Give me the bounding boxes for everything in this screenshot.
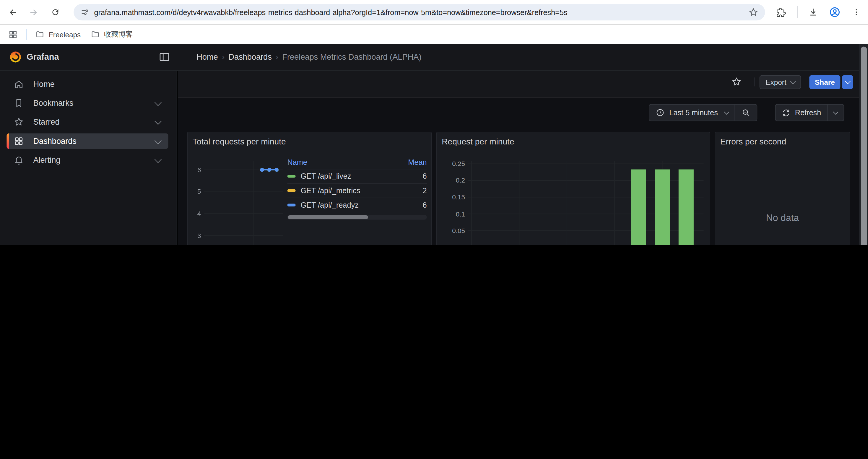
expand-chevron[interactable] bbox=[156, 117, 161, 126]
refresh-interval-button[interactable] bbox=[827, 104, 844, 121]
y-axis-tick: 0 bbox=[434, 243, 465, 245]
url-text[interactable]: grafana.mathmast.com/d/deytv4rwavabkb/fr… bbox=[94, 8, 749, 16]
legend-scrollbar[interactable] bbox=[287, 215, 427, 220]
star-icon bbox=[14, 117, 24, 127]
y-axis-tick: 0.1 bbox=[434, 210, 465, 218]
browser-toolbar: grafana.mathmast.com/d/deytv4rwavabkb/fr… bbox=[0, 0, 868, 24]
downloads-button[interactable] bbox=[805, 4, 821, 21]
bookmark-label: 收藏博客 bbox=[104, 29, 133, 39]
extensions-puzzle-icon bbox=[776, 7, 786, 17]
zoom-out-button[interactable] bbox=[735, 104, 756, 121]
panel-legend-table: Name Mean GET /api/_livez 6 GET /api/_me… bbox=[287, 156, 427, 220]
scrollbar-thumb[interactable] bbox=[861, 46, 867, 245]
breadcrumb-separator: › bbox=[218, 52, 229, 61]
expand-chevron[interactable] bbox=[156, 156, 161, 165]
sidebar-item-dashboards[interactable]: Dashboards bbox=[6, 133, 168, 149]
sidebar-item-label: Bookmarks bbox=[33, 99, 73, 107]
y-axis-tick: 6 bbox=[170, 166, 201, 174]
grafana-logo[interactable] bbox=[9, 51, 22, 64]
chevron-down-icon bbox=[724, 109, 730, 114]
back-button[interactable] bbox=[4, 4, 21, 21]
time-range-picker[interactable]: Last 5 minutes bbox=[649, 104, 735, 121]
bookmark-folder-blogs[interactable]: 收藏博客 bbox=[86, 28, 137, 41]
share-button[interactable]: Share bbox=[809, 75, 840, 89]
product-name: Grafana bbox=[27, 52, 59, 62]
share-label: Share bbox=[815, 78, 835, 86]
sidebar-item-home[interactable]: Home bbox=[6, 76, 168, 92]
legend-mean-header[interactable]: Mean bbox=[404, 158, 427, 167]
series-mean-value: 2 bbox=[404, 186, 427, 195]
breadcrumb: Home › Dashboards › Freeleaps Metrics Da… bbox=[196, 52, 421, 61]
export-button[interactable]: Export bbox=[760, 75, 801, 89]
favorite-dashboard-button[interactable] bbox=[731, 76, 742, 87]
sidebar-item-label: Alerting bbox=[33, 156, 60, 165]
sidebar-item-alerting[interactable]: Alerting bbox=[6, 152, 168, 167]
sidebar-item-label: Dashboards bbox=[33, 137, 76, 145]
panel-title[interactable]: Errors per second bbox=[720, 137, 786, 146]
sidebar-item-bookmarks[interactable]: Bookmarks bbox=[6, 95, 168, 110]
time-range-label: Last 5 minutes bbox=[669, 108, 718, 117]
breadcrumb-separator: › bbox=[272, 52, 282, 61]
address-bar[interactable]: grafana.mathmast.com/d/deytv4rwavabkb/fr… bbox=[73, 4, 765, 21]
series-mean-value: 6 bbox=[404, 201, 427, 209]
back-icon bbox=[8, 7, 18, 17]
grafana-header: Grafana Home › Dashboards › Freeleaps Me… bbox=[0, 44, 868, 71]
legend-header-row: Name Mean bbox=[287, 156, 427, 169]
extensions-button[interactable] bbox=[773, 4, 789, 21]
legend-row[interactable]: GET /api/_metrics 2 bbox=[287, 184, 427, 198]
panel-errors-per-second[interactable]: Errors per second No data bbox=[715, 132, 850, 245]
expand-chevron[interactable] bbox=[156, 99, 161, 107]
zoom-out-icon bbox=[741, 108, 751, 117]
scrollbar-thumb[interactable] bbox=[288, 215, 368, 219]
breadcrumb-current: Freeleaps Metrics Dashboard (ALPHA) bbox=[282, 52, 421, 61]
breadcrumb-dashboards[interactable]: Dashboards bbox=[228, 52, 272, 61]
chevron-down-icon bbox=[790, 78, 796, 84]
reload-icon bbox=[51, 8, 60, 17]
refresh-label: Refresh bbox=[795, 108, 821, 117]
bookmark-star-icon[interactable] bbox=[748, 7, 758, 17]
expand-chevron[interactable] bbox=[156, 137, 161, 145]
chevron-down-icon bbox=[155, 118, 162, 125]
legend-row[interactable]: GET /api/_livez 6 bbox=[287, 169, 427, 183]
sidebar-item-starred[interactable]: Starred bbox=[6, 114, 168, 129]
breadcrumb-home[interactable]: Home bbox=[196, 52, 218, 61]
profile-button[interactable] bbox=[826, 4, 843, 21]
apps-grid-button[interactable] bbox=[4, 26, 21, 42]
forward-button[interactable] bbox=[25, 4, 41, 21]
legend-row[interactable]: GET /api/_readyz 6 bbox=[287, 198, 427, 212]
refresh-button[interactable]: Refresh bbox=[776, 104, 827, 121]
chart-canvas[interactable] bbox=[437, 132, 710, 245]
y-axis-tick: 4 bbox=[170, 210, 201, 218]
bookmarks-divider bbox=[26, 29, 27, 40]
grafana-sidebar: Home Bookmarks Starred Dashboards Alerti… bbox=[0, 71, 177, 245]
refresh-icon bbox=[782, 108, 790, 117]
forward-icon bbox=[28, 7, 38, 17]
bar-chart[interactable]: 0.250.20.150.10.05017:37:0017:38:0017:39… bbox=[437, 132, 710, 245]
home-icon bbox=[14, 79, 24, 89]
site-settings-icon[interactable] bbox=[80, 8, 89, 17]
bookmark-icon bbox=[14, 98, 24, 108]
series-color-pill bbox=[287, 175, 296, 177]
folder-icon bbox=[91, 30, 99, 39]
no-data-message: No data bbox=[715, 213, 850, 224]
sidebar-toggle-button[interactable] bbox=[158, 51, 170, 63]
sidebar-item-label: Starred bbox=[33, 117, 59, 126]
y-axis-tick: 5 bbox=[170, 188, 201, 196]
screen: grafana.mathmast.com/d/deytv4rwavabkb/fr… bbox=[0, 0, 868, 245]
panel-request-per-minute[interactable]: Request per minute 0.250.20.150.10.05017… bbox=[436, 132, 710, 245]
series-name: GET /api/_livez bbox=[301, 172, 351, 181]
refresh-controls: Refresh bbox=[775, 104, 844, 121]
kebab-menu-icon bbox=[852, 8, 861, 17]
bookmark-folder-freeleaps[interactable]: Freeleaps bbox=[31, 28, 85, 41]
reload-button[interactable] bbox=[47, 4, 64, 21]
sidebar-item-label: Home bbox=[33, 80, 54, 89]
share-menu-button[interactable] bbox=[842, 75, 853, 89]
series-name: GET /api/_metrics bbox=[301, 186, 360, 195]
star-icon bbox=[731, 76, 742, 87]
apps-grid-icon bbox=[8, 30, 18, 39]
panel-total-requests-per-minute[interactable]: Total requests per minute 6543217:40 Nam… bbox=[187, 132, 432, 245]
chevron-down-icon bbox=[155, 99, 162, 106]
browser-menu-button[interactable] bbox=[848, 4, 865, 21]
legend-name-header[interactable]: Name bbox=[287, 158, 399, 167]
clock-icon bbox=[655, 108, 665, 117]
